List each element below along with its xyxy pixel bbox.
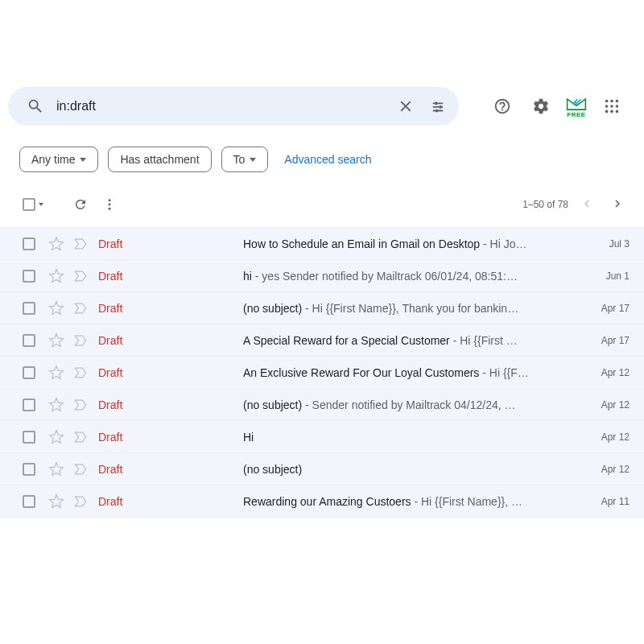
email-snippet: Hi {{First …: [460, 334, 518, 347]
star-icon[interactable]: [48, 332, 64, 349]
search-options-icon[interactable]: [422, 90, 454, 122]
row-checkbox[interactable]: [23, 366, 35, 379]
email-row[interactable]: Draft An Exclusive Reward For Our Loyal …: [0, 357, 644, 389]
header-actions: FREE: [486, 90, 628, 122]
chip-has-attachment[interactable]: Has attachment: [108, 147, 211, 172]
email-subject: (no subject): [243, 398, 302, 411]
important-icon[interactable]: [72, 397, 89, 413]
email-subject-cell: (no subject): [243, 463, 588, 476]
email-subject: A Special Reward for a Special Customer: [243, 334, 450, 347]
svg-rect-0: [435, 102, 437, 105]
email-sender: Draft: [98, 270, 243, 283]
header: FREE: [0, 80, 644, 132]
select-all-checkbox[interactable]: [23, 198, 43, 211]
svg-point-8: [616, 105, 619, 108]
chevron-down-icon: [80, 158, 86, 162]
email-subject: (no subject): [243, 302, 302, 315]
refresh-button[interactable]: [66, 190, 95, 219]
star-icon[interactable]: [48, 268, 64, 284]
chip-to[interactable]: To: [221, 147, 269, 172]
email-snippet: Hi Jo…: [490, 237, 527, 250]
chip-anytime[interactable]: Any time: [19, 147, 98, 172]
prev-page-button[interactable]: [580, 196, 594, 213]
email-snippet: Hi {{First Name}}, Thank you for bankin…: [312, 302, 519, 315]
email-row[interactable]: Draft A Special Reward for a Special Cus…: [0, 324, 644, 357]
svg-point-4: [610, 100, 613, 103]
star-icon[interactable]: [48, 429, 64, 445]
email-row[interactable]: Draft Hi Apr 12: [0, 421, 644, 453]
more-actions-button[interactable]: [95, 190, 124, 219]
row-checkbox[interactable]: [23, 398, 35, 411]
clear-search-icon[interactable]: [390, 90, 422, 122]
email-date: Apr 11: [588, 496, 630, 507]
extension-label: FREE: [567, 111, 585, 118]
row-checkbox[interactable]: [23, 237, 35, 250]
email-row[interactable]: Draft (no subject) Apr 12: [0, 453, 644, 485]
important-icon[interactable]: [72, 365, 89, 381]
email-sender: Draft: [98, 237, 243, 250]
important-icon[interactable]: [72, 300, 89, 316]
row-checkbox[interactable]: [23, 270, 35, 283]
star-icon[interactable]: [48, 397, 64, 413]
svg-point-14: [109, 208, 111, 210]
row-checkbox[interactable]: [23, 431, 35, 444]
row-checkbox[interactable]: [23, 463, 35, 476]
email-row[interactable]: Draft (no subject) - Hi {{First Name}}, …: [0, 292, 644, 324]
email-date: Apr 12: [588, 464, 630, 475]
svg-rect-1: [440, 105, 442, 109]
star-icon[interactable]: [48, 236, 64, 252]
email-date: Apr 17: [588, 303, 630, 314]
email-subject-cell: How to Schedule an Email in Gmail on Des…: [243, 237, 588, 250]
important-icon[interactable]: [72, 429, 89, 445]
important-icon[interactable]: [72, 268, 89, 284]
email-date: Jul 3: [588, 238, 630, 250]
star-icon[interactable]: [48, 300, 64, 316]
email-sender: Draft: [98, 302, 243, 315]
mailtrack-extension-icon[interactable]: FREE: [564, 95, 589, 118]
email-subject-cell: hi - yes Sender notified by Mailtrack 06…: [243, 270, 588, 283]
next-page-button[interactable]: [610, 196, 625, 213]
svg-point-12: [109, 199, 111, 201]
important-icon[interactable]: [72, 332, 89, 349]
row-checkbox[interactable]: [23, 302, 35, 315]
email-sender: Draft: [98, 398, 243, 411]
svg-point-11: [616, 110, 619, 114]
search-icon[interactable]: [19, 90, 52, 122]
svg-point-3: [605, 100, 609, 103]
email-snippet: Hi {{First Name}}, …: [421, 495, 522, 508]
email-row[interactable]: Draft hi - yes Sender notified by Mailtr…: [0, 260, 644, 292]
pagination-info: 1–50 of 78: [522, 199, 568, 210]
email-subject: hi: [243, 270, 252, 283]
email-date: Apr 12: [588, 367, 630, 378]
star-icon[interactable]: [48, 365, 64, 381]
email-date: Apr 12: [588, 431, 630, 443]
advanced-search-link[interactable]: Advanced search: [284, 153, 371, 166]
checkbox-icon: [23, 198, 35, 211]
row-checkbox[interactable]: [23, 495, 35, 508]
chip-label: Has attachment: [120, 153, 199, 166]
email-subject-cell: An Exclusive Reward For Our Loyal Custom…: [243, 366, 588, 379]
important-icon[interactable]: [72, 461, 89, 477]
email-subject-cell: Hi: [243, 431, 588, 444]
search-input[interactable]: [52, 99, 390, 114]
email-snippet: Hi {{F…: [489, 366, 529, 379]
email-sender: Draft: [98, 366, 243, 379]
chevron-down-icon: [39, 203, 43, 206]
important-icon[interactable]: [72, 236, 89, 252]
help-icon[interactable]: [486, 90, 518, 122]
settings-icon[interactable]: [525, 90, 557, 122]
search-bar: [8, 87, 459, 126]
email-subject: How to Schedule an Email in Gmail on Des…: [243, 237, 480, 250]
star-icon[interactable]: [48, 493, 64, 510]
important-icon[interactable]: [72, 493, 89, 510]
row-checkbox[interactable]: [23, 334, 35, 347]
apps-icon[interactable]: [596, 90, 628, 122]
email-row[interactable]: Draft Rewarding our Amazing Custoers - H…: [0, 485, 644, 518]
email-date: Apr 12: [588, 399, 630, 411]
svg-point-6: [605, 105, 609, 108]
email-row[interactable]: Draft (no subject) - Sender notified by …: [0, 389, 644, 421]
star-icon[interactable]: [48, 461, 64, 477]
email-row[interactable]: Draft How to Schedule an Email in Gmail …: [0, 228, 644, 260]
email-subject-cell: Rewarding our Amazing Custoers - Hi {{Fi…: [243, 495, 588, 508]
email-snippet: Sender notified by Mailtrack 04/12/24, …: [312, 398, 516, 411]
